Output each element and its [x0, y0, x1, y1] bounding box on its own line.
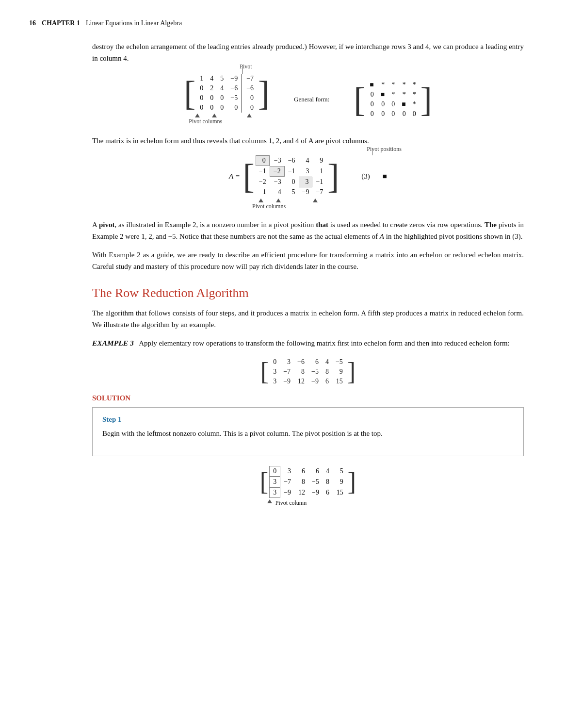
cell: −7 — [241, 74, 257, 83]
cell: 6 — [308, 466, 323, 477]
cell: 0 — [377, 99, 388, 109]
cell: 0 — [227, 103, 241, 113]
cell: −9 — [299, 187, 313, 197]
cell: 0 — [398, 109, 409, 119]
cell: 0 — [241, 93, 257, 103]
matrix-figure-echelon: Pivot [ 1 4 5 −9 −7 — [92, 74, 524, 125]
cell: −7 — [280, 367, 294, 377]
example3-block: EXAMPLE 3 Apply elementary row operation… — [92, 337, 524, 349]
cell: −2 — [256, 177, 270, 187]
cell: * — [409, 90, 420, 99]
pivot-col-arrow — [212, 114, 217, 117]
cell: −1 — [312, 177, 326, 187]
cell: 3 — [270, 367, 280, 377]
table-row: 3 −9 12 −9 6 15 — [269, 487, 347, 498]
cell: −3 — [270, 177, 285, 187]
cell: 0 — [207, 103, 217, 113]
section-heading: The Row Reduction Algorithm — [92, 286, 524, 300]
cell: 9 — [333, 477, 347, 487]
pivot-col-arrow — [247, 114, 252, 117]
example3-text: EXAMPLE 3 Apply elementary row operation… — [92, 337, 524, 349]
cell: * — [409, 99, 420, 109]
cell: 4 — [217, 83, 227, 93]
cell: 4 — [270, 187, 285, 197]
cell: −1 — [256, 166, 270, 177]
cell: 0 — [388, 99, 398, 109]
cell: 1 — [312, 166, 326, 177]
cell: −3 — [270, 155, 285, 166]
pivot-paragraph-1: A pivot, as illustrated in Example 2, is… — [92, 219, 524, 242]
cell: 6 — [322, 377, 332, 386]
table-row: 1 4 5 −9 −7 — [196, 74, 257, 83]
cell: 3 — [280, 357, 294, 367]
cell: −9 — [280, 487, 294, 498]
cell: −5 — [308, 367, 322, 377]
cell: 2 — [207, 83, 217, 93]
cell: 4 — [322, 357, 332, 367]
table-row: 0 3 −6 6 4 −5 — [270, 357, 346, 367]
example3-matrix-container: [ 0 3 −6 6 4 −5 3 −7 8 −5 — [92, 357, 524, 386]
cell: 4 — [323, 466, 333, 477]
pivot-col-arrow — [195, 114, 200, 117]
step1-table: 0 3 −6 6 4 −5 3 −7 8 −5 8 — [269, 466, 347, 498]
bracket-left: [ — [354, 82, 365, 117]
table-row: 0 3 −6 6 4 −5 — [269, 466, 347, 477]
table-row: 0 −3 −6 4 9 — [256, 155, 327, 166]
bracket-left: [ — [260, 469, 268, 495]
pivot-columns-label2: Pivot columns — [252, 203, 387, 210]
cell: 0 — [256, 155, 270, 166]
cell: * — [388, 90, 398, 99]
intro-paragraph: destroy the echelon arrangement of the l… — [92, 41, 524, 64]
table-row: 3 −7 8 −5 8 9 — [269, 477, 347, 487]
cell: 0 — [241, 103, 257, 113]
cell: 6 — [308, 357, 322, 367]
cell: * — [398, 90, 409, 99]
cell: −6 — [285, 155, 299, 166]
pivots-bold: The — [485, 221, 497, 229]
cell: 3 — [269, 487, 280, 498]
cell: 12 — [294, 377, 308, 386]
general-form-label: General form: — [294, 96, 329, 103]
table-row: 3 −7 8 −5 8 9 — [270, 367, 346, 377]
pivot-text: The matrix is in echelon form and thus r… — [92, 135, 524, 147]
matrix-A-table: 0 −3 −6 4 9 −1 −2 −1 3 1 — [256, 155, 327, 197]
echelon-matrix: [ 1 4 5 −9 −7 0 2 — [184, 74, 270, 113]
cell: 4 — [299, 155, 313, 166]
cell: 9 — [332, 367, 346, 377]
equation-number: (3) — [361, 172, 370, 181]
pivot-columns-label: Pivot columns — [184, 118, 270, 125]
cell: * — [409, 80, 420, 90]
matrix-A: [ 0 −3 −6 4 9 −1 −2 — [243, 155, 340, 197]
step1-matrix: [ 0 3 −6 6 4 −5 3 −7 8 — [260, 466, 356, 498]
cell: 8 — [294, 477, 308, 487]
page-header: 16 CHAPTER 1 Linear Equations in Linear … — [29, 19, 553, 27]
page-number: 16 — [29, 19, 36, 27]
cell: 0 — [269, 466, 280, 477]
pivot-col-arrow-step1 — [267, 499, 272, 503]
cell: −6 — [294, 357, 308, 367]
main-content: destroy the echelon arrangement of the l… — [92, 41, 524, 507]
cell: 3 — [299, 177, 313, 187]
cell: 3 — [280, 466, 294, 477]
table-row: 3 −9 12 −9 6 15 — [270, 377, 346, 386]
cell: 0 — [196, 93, 207, 103]
cell: 5 — [217, 74, 227, 83]
cell: 8 — [322, 367, 332, 377]
cell: * — [377, 80, 388, 90]
pivot-paragraph-2: With Example 2 as a guide, we are ready … — [92, 249, 524, 272]
table-row: 0 0 0 0 0 — [196, 103, 257, 113]
cell: −1 — [285, 166, 299, 177]
cell: * — [398, 80, 409, 90]
cell: 15 — [333, 487, 347, 498]
matrix-A-label: A = — [229, 172, 240, 181]
bracket-right: ] — [258, 76, 270, 111]
table-row: −2 −3 0 3 −1 — [256, 177, 327, 187]
cell: 1 — [196, 74, 207, 83]
end-proof-square: ■ — [383, 172, 387, 181]
cell: −2 — [270, 166, 285, 177]
cell: 1 — [256, 187, 270, 197]
cell: 0 — [366, 109, 377, 119]
cell: * — [388, 80, 398, 90]
cell: 4 — [207, 74, 217, 83]
cell: 0 — [270, 357, 280, 367]
